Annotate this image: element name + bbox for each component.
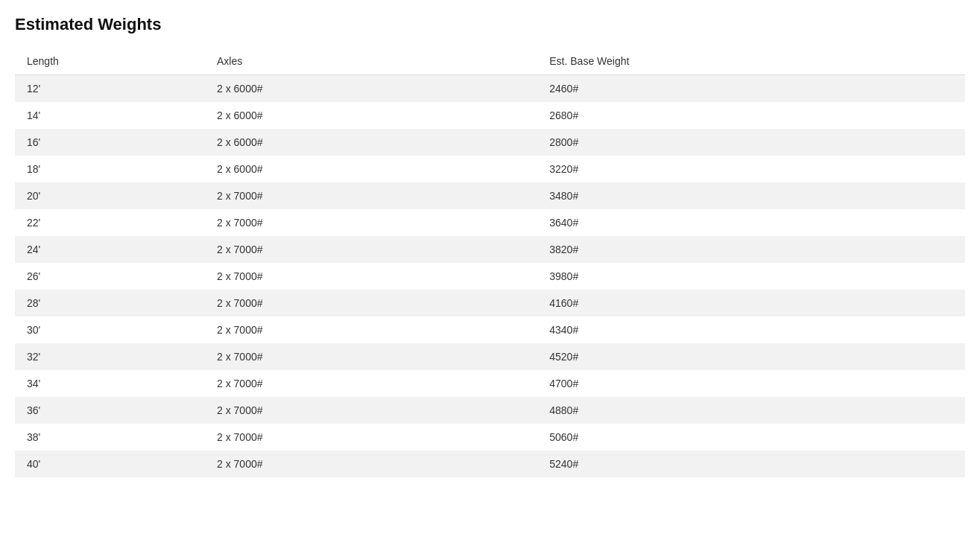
cell-axles: 2 x 7000# [205, 290, 537, 316]
column-header-length: Length [15, 48, 205, 75]
column-header-axles: Axles [205, 48, 537, 75]
cell-axles: 2 x 6000# [205, 156, 537, 182]
cell-weight: 4340# [537, 316, 965, 343]
cell-axles: 2 x 7000# [205, 370, 537, 397]
cell-length: 14' [15, 102, 205, 129]
cell-length: 34' [15, 370, 205, 397]
cell-axles: 2 x 7000# [205, 316, 537, 343]
cell-axles: 2 x 6000# [205, 102, 537, 129]
table-body: 12'2 x 6000#2460#14'2 x 6000#2680#16'2 x… [15, 75, 965, 478]
cell-length: 36' [15, 397, 205, 424]
table-row: 30'2 x 7000#4340# [15, 316, 965, 343]
table-row: 16'2 x 6000#2800# [15, 129, 965, 156]
cell-weight: 3220# [537, 156, 965, 182]
table-row: 12'2 x 6000#2460# [15, 75, 965, 103]
table-row: 14'2 x 6000#2680# [15, 102, 965, 129]
cell-length: 12' [15, 75, 205, 103]
cell-length: 22' [15, 209, 205, 236]
cell-weight: 4520# [537, 343, 965, 370]
cell-weight: 2800# [537, 129, 965, 156]
cell-weight: 5240# [537, 451, 965, 477]
cell-axles: 2 x 6000# [205, 75, 537, 103]
cell-weight: 3820# [537, 236, 965, 263]
table-row: 38'2 x 7000#5060# [15, 424, 965, 451]
cell-length: 26' [15, 263, 205, 290]
table-row: 36'2 x 7000#4880# [15, 397, 965, 424]
cell-length: 18' [15, 156, 205, 182]
cell-length: 40' [15, 451, 205, 477]
cell-weight: 3640# [537, 209, 965, 236]
cell-axles: 2 x 7000# [205, 343, 537, 370]
cell-axles: 2 x 7000# [205, 209, 537, 236]
cell-weight: 3980# [537, 263, 965, 290]
weights-table: Length Axles Est. Base Weight 12'2 x 600… [15, 48, 965, 477]
cell-axles: 2 x 7000# [205, 424, 537, 451]
cell-weight: 5060# [537, 424, 965, 451]
table-row: 32'2 x 7000#4520# [15, 343, 965, 370]
table-row: 18'2 x 6000#3220# [15, 156, 965, 182]
cell-weight: 3480# [537, 182, 965, 209]
table-header-row: Length Axles Est. Base Weight [15, 48, 965, 75]
page-title: Estimated Weights [15, 15, 965, 34]
cell-length: 28' [15, 290, 205, 316]
table-row: 28'2 x 7000#4160# [15, 290, 965, 316]
cell-weight: 4700# [537, 370, 965, 397]
table-row: 26'2 x 7000#3980# [15, 263, 965, 290]
cell-weight: 2680# [537, 102, 965, 129]
cell-length: 30' [15, 316, 205, 343]
column-header-est-base-weight: Est. Base Weight [537, 48, 965, 75]
table-row: 40'2 x 7000#5240# [15, 451, 965, 477]
cell-length: 32' [15, 343, 205, 370]
cell-weight: 4880# [537, 397, 965, 424]
table-row: 22'2 x 7000#3640# [15, 209, 965, 236]
cell-axles: 2 x 6000# [205, 129, 537, 156]
cell-weight: 4160# [537, 290, 965, 316]
table-row: 20'2 x 7000#3480# [15, 182, 965, 209]
cell-axles: 2 x 7000# [205, 451, 537, 477]
cell-length: 24' [15, 236, 205, 263]
cell-weight: 2460# [537, 75, 965, 103]
cell-length: 38' [15, 424, 205, 451]
cell-length: 20' [15, 182, 205, 209]
table-row: 34'2 x 7000#4700# [15, 370, 965, 397]
cell-axles: 2 x 7000# [205, 397, 537, 424]
cell-axles: 2 x 7000# [205, 182, 537, 209]
cell-axles: 2 x 7000# [205, 263, 537, 290]
cell-length: 16' [15, 129, 205, 156]
cell-axles: 2 x 7000# [205, 236, 537, 263]
table-row: 24'2 x 7000#3820# [15, 236, 965, 263]
